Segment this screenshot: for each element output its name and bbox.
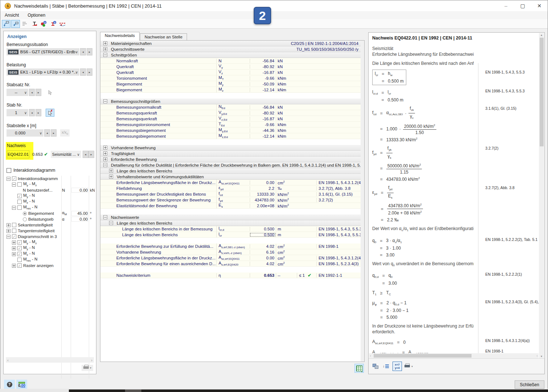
- table-row[interactable]: Erforderliche Bewehrung für einen ausrei…: [100, 261, 361, 267]
- table-row[interactable]: Erforderliche Längsbewehrungsfläche in d…: [100, 255, 361, 261]
- tree-item[interactable]: N benutzerdef...N0.00kN: [7, 187, 95, 193]
- maximize-button[interactable]: ▢: [514, 0, 531, 11]
- row-value[interactable]: 4.02: [250, 244, 276, 249]
- table-row[interactable]: BemessungsbiegemomentMz,Ed-12.14kNm: [100, 133, 361, 139]
- x-x0-toggle-button[interactable]: x/x0: [60, 129, 70, 137]
- section-values-button[interactable]: 0: [49, 20, 58, 28]
- diagram-button[interactable]: [21, 20, 29, 28]
- tree-item-value[interactable]: 45.00: [71, 211, 88, 216]
- help-button[interactable]: ?: [4, 380, 15, 389]
- row-value[interactable]: 0.500: [250, 233, 276, 237]
- table-section-row[interactable]: Schnittgrößen: [100, 52, 361, 58]
- tree-item[interactable]: ✓Raster anzeigen: [7, 263, 95, 268]
- select-mode-button[interactable]: [11, 20, 20, 28]
- tree-checkbox[interactable]: [12, 229, 16, 233]
- pan-mode-button[interactable]: [2, 20, 11, 28]
- minimize-button[interactable]: –: [498, 0, 514, 11]
- tree-item[interactable]: BiegemomentαM45.00°: [7, 210, 95, 216]
- row-value[interactable]: -44.36: [250, 128, 276, 133]
- nachweis-next-button[interactable]: ▸: [88, 151, 94, 158]
- expander-icon[interactable]: [103, 163, 107, 167]
- tree-checkbox[interactable]: [17, 258, 22, 262]
- table-section-row[interactable]: Tragfähigkeit: [100, 151, 361, 157]
- expander-icon[interactable]: [103, 157, 107, 161]
- row-value[interactable]: -80.92: [250, 64, 276, 69]
- tree-checkbox[interactable]: ✓: [17, 240, 22, 245]
- table-section-row[interactable]: QuerschnittswerteTU_M1 500/150/363/150/0…: [100, 46, 361, 52]
- expander-icon[interactable]: [12, 206, 16, 210]
- expander-icon[interactable]: [103, 99, 107, 103]
- table-section-row[interactable]: Länge des kritischen Bereichs: [100, 220, 361, 226]
- row-value[interactable]: 2.2: [250, 186, 276, 191]
- stabstelle-prev-button[interactable]: ◂: [44, 129, 50, 137]
- export-excel-button[interactable]: [354, 364, 364, 373]
- tab-nachweise-an-stelle[interactable]: Nachweise an Stelle: [140, 33, 187, 41]
- tree-item[interactable]: My - Mz: [7, 182, 95, 187]
- menu-optionen[interactable]: Optionen: [28, 13, 45, 18]
- expander-icon[interactable]: [103, 215, 107, 219]
- row-value[interactable]: 2.00e+08: [250, 204, 276, 208]
- stab-prev-button[interactable]: ◂: [29, 109, 35, 116]
- row-value[interactable]: 0.653: [250, 273, 276, 278]
- tree-checkbox[interactable]: [17, 205, 22, 210]
- table-row[interactable]: BemessungsbiegemomentMy,Ed-44.36kNm: [100, 128, 361, 133]
- table-row[interactable]: BemessungsquerkraftVz,Ed-16.87kN: [100, 116, 361, 122]
- row-value[interactable]: -56.84: [250, 105, 276, 109]
- table-row[interactable]: Bemessungswert der Druckfestigkeit des B…: [100, 191, 361, 197]
- menu-ansicht[interactable]: Ansicht: [5, 13, 19, 18]
- table-row[interactable]: BiegemomentMz-12.14kNm: [100, 87, 361, 93]
- nachweis-id-field[interactable]: EQ0422.01: [7, 150, 29, 158]
- close-dialog-button[interactable]: Schließen: [515, 380, 544, 389]
- stabsatz-next-button[interactable]: ▸: [36, 89, 41, 96]
- scroll-right-icon[interactable]: ›: [537, 355, 537, 357]
- expander-icon[interactable]: [12, 264, 16, 268]
- tree-checkbox[interactable]: ✓: [17, 252, 22, 256]
- load-select[interactable]: SEIS EK1 - LF1/p + LF2/p + 0.30 *... ∨: [7, 68, 79, 76]
- tree-item[interactable]: ✓Interaktionsdiagramm: [7, 176, 95, 182]
- row-value[interactable]: 13333.30: [250, 192, 276, 196]
- row-value[interactable]: -50.09: [250, 82, 276, 86]
- expander-icon[interactable]: [12, 241, 16, 245]
- row-value[interactable]: -56.84: [250, 59, 276, 63]
- expander-icon[interactable]: [103, 146, 107, 150]
- decimal-places-button[interactable]: 0,00: [16, 380, 27, 389]
- table-section-row[interactable]: Erforderliche Bewehrung: [100, 157, 361, 162]
- nachweis-type-select[interactable]: Seismizität ... ∨: [51, 151, 81, 158]
- table-section-row[interactable]: Verhaltensbeiwerte und Krümmungsduktilit…: [100, 174, 361, 180]
- tree-checkbox[interactable]: ✓: [17, 263, 22, 268]
- row-value[interactable]: 0.00: [250, 180, 276, 185]
- tree-checkbox[interactable]: ✓: [12, 176, 16, 181]
- interaktion-checkbox[interactable]: [7, 168, 11, 173]
- table-section-row[interactable]: Länge des kritischen Bereichs: [100, 168, 361, 174]
- table-row[interactable]: Länge des kritischen Bereichs in der Bem…: [100, 226, 361, 232]
- table-row[interactable]: Länge des kritischen Bereichslcr0.500mEN…: [100, 232, 361, 238]
- tree-item[interactable]: Mres - N: [7, 257, 95, 263]
- stabstelle-select[interactable]: 0.000 ∨: [7, 129, 43, 137]
- table-section-row[interactable]: Nachweiswerte: [100, 214, 361, 220]
- scroll-left-icon[interactable]: ‹: [7, 358, 9, 362]
- color-values-button[interactable]: 0: [40, 20, 48, 28]
- tree-item-value[interactable]: 0.00: [71, 188, 88, 193]
- tree-item-value[interactable]: 0.00: [71, 217, 88, 222]
- scroll-right-icon[interactable]: ›: [91, 358, 92, 362]
- table-row[interactable]: Fließdehnungεyd2.2‰3.2.7(2), Abb. 3.8: [100, 185, 361, 191]
- expander-icon[interactable]: [7, 235, 11, 239]
- table-section-row[interactable]: Bemessungsschnittgrößen: [100, 99, 361, 104]
- tab-nachweisdetails[interactable]: Nachweisdetails: [100, 32, 140, 41]
- table-section-row[interactable]: MaterialeigenschaftenC20/25 | EN 1992-1-…: [100, 41, 361, 46]
- tree-checkbox[interactable]: [17, 200, 22, 204]
- row-value[interactable]: -9.66: [250, 122, 276, 127]
- stab-select[interactable]: 1 ∨: [7, 109, 28, 116]
- left-horizontal-scrollbar[interactable]: ‹ ›: [6, 357, 94, 363]
- tree-radio[interactable]: [23, 217, 27, 221]
- situation-select[interactable]: SEIS BS6 - GZT (STR/GEO) - Erdbe... ∨: [7, 48, 79, 55]
- row-value[interactable]: 6.16: [250, 250, 276, 254]
- right-vertical-scroll-thumb[interactable]: [540, 38, 544, 146]
- row-value[interactable]: -80.92: [250, 111, 276, 115]
- tree-item[interactable]: ✓My - N: [7, 245, 95, 251]
- expander-icon[interactable]: [7, 177, 11, 181]
- result-diagram-button[interactable]: [58, 20, 67, 28]
- show-values-button[interactable]: x=7 y=4: [393, 362, 402, 371]
- tree-item[interactable]: ✓Diagrammschnitt in 3: [7, 234, 95, 239]
- expander-icon[interactable]: [12, 246, 16, 250]
